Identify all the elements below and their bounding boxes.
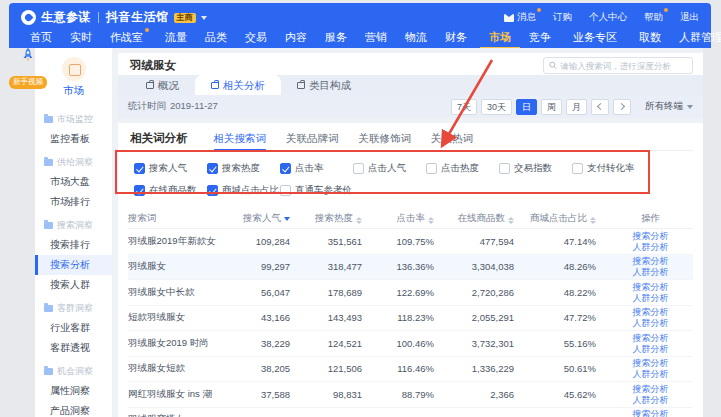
search-analysis-link[interactable]: 搜索分析 (633, 358, 669, 368)
nav-item-category[interactable]: 品类 (196, 28, 236, 49)
search-analysis-link[interactable]: 搜索分析 (633, 282, 669, 292)
next-date-button[interactable] (613, 99, 631, 115)
tab-related-search-words[interactable]: 相关搜索词 (214, 127, 267, 151)
col-search-popularity[interactable]: 搜索人气 (240, 212, 302, 225)
metric-click-popularity[interactable]: 点击人气 (353, 162, 426, 175)
checkbox-icon[interactable] (426, 163, 437, 174)
nav-item-war-room[interactable]: 作战室 (101, 28, 152, 49)
nav-item-audience-mgmt[interactable]: 人群管理 (670, 28, 721, 49)
nav-item-trade[interactable]: 交易 (236, 28, 276, 49)
nav-item-business-zone[interactable]: 业务专区 (564, 28, 626, 49)
audience-analysis-link[interactable]: 人群分析 (633, 242, 669, 252)
table-row[interactable]: 羽绒服女2019 时尚 38,229 124,521 100.46% 3,732… (128, 331, 693, 357)
period-7d-button[interactable]: 7天 (451, 99, 477, 115)
table-row[interactable]: 羽绒服穿搭女 34,572 68,585 87.53% 1,011 46.19%… (128, 408, 693, 417)
sidebar-item-search-audience[interactable]: 搜索人群 (35, 275, 112, 295)
audience-analysis-link[interactable]: 人群分析 (633, 344, 669, 354)
help-link[interactable]: 帮助 (644, 11, 663, 24)
tab-related-analysis[interactable]: 相关分析 (195, 75, 281, 95)
sidebar-item-industry-customer[interactable]: 行业客群 (35, 318, 112, 338)
sidebar-item-search-ranking[interactable]: 搜索排行 (35, 235, 112, 255)
col-online-products[interactable]: 在线商品数 (446, 212, 526, 225)
metric-online-products[interactable]: 在线商品数 (134, 184, 207, 197)
period-30d-button[interactable]: 30天 (481, 99, 512, 115)
nav-item-service[interactable]: 服务 (316, 28, 356, 49)
nav-item-finance[interactable]: 财务 (436, 28, 476, 49)
metric-trade-index[interactable]: 交易指数 (499, 162, 572, 175)
metric-cell: 116.46% (374, 363, 446, 374)
col-mall-click-share[interactable]: 商城点击占比 (526, 212, 608, 225)
tab-related-hot-words[interactable]: 关联热词 (431, 127, 473, 151)
account-center-link[interactable]: 个人中心 (589, 11, 627, 24)
metric-ztc-reference-price[interactable]: 直通车参考价 (280, 184, 353, 197)
chevron-down-icon[interactable] (201, 16, 207, 20)
sidebar-item-customer-perspective[interactable]: 客群透视 (35, 338, 112, 358)
search-analysis-link[interactable]: 搜索分析 (633, 333, 669, 343)
nav-item-traffic[interactable]: 流量 (156, 28, 196, 49)
sidebar-item-product-insight[interactable]: 产品洞察 (35, 401, 112, 417)
nav-item-data-extract[interactable]: 取数 (630, 28, 670, 49)
checkbox-checked-icon[interactable] (134, 163, 145, 174)
terminal-dropdown[interactable]: 所有终端 (645, 100, 693, 113)
tab-related-modifier-words[interactable]: 关联修饰词 (359, 127, 412, 151)
checkbox-checked-icon[interactable] (134, 185, 145, 196)
subscribe-link[interactable]: 订购 (553, 11, 572, 24)
nav-item-content[interactable]: 内容 (276, 28, 316, 49)
chevron-right-icon (618, 103, 625, 110)
audience-analysis-link[interactable]: 人群分析 (633, 318, 669, 328)
nav-item-market[interactable]: 市场 (480, 28, 520, 49)
keyword-cell: 羽绒服穿搭女 (128, 413, 240, 417)
table-row[interactable]: 羽绒服女短款 38,205 121,506 116.46% 1,336,229 … (128, 357, 693, 383)
sidebar-item-market-overview[interactable]: 市场大盘 (35, 172, 112, 192)
col-click-rate[interactable]: 点击率 (374, 212, 446, 225)
table-row[interactable]: 羽绒服女 99,297 318,477 136.36% 3,304,038 48… (128, 255, 693, 281)
helper-widget[interactable]: 新手视频 (5, 46, 51, 89)
table-row[interactable]: 羽绒服2019年新款女 109,284 351,561 109.75% 477,… (128, 229, 693, 255)
search-analysis-link[interactable]: 搜索分析 (633, 384, 669, 394)
keyword-search-box[interactable] (543, 57, 693, 74)
audience-analysis-link[interactable]: 人群分析 (633, 369, 669, 379)
tab-category-composition[interactable]: 类目构成 (281, 75, 367, 95)
checkbox-icon[interactable] (280, 185, 291, 196)
search-analysis-link[interactable]: 搜索分析 (633, 256, 669, 266)
audience-analysis-link[interactable]: 人群分析 (633, 293, 669, 303)
metric-mall-click-share[interactable]: 商城点击占比 (207, 184, 280, 197)
audience-analysis-link[interactable]: 人群分析 (633, 395, 669, 405)
period-week-button[interactable]: 周 (541, 99, 562, 115)
col-search-heat[interactable]: 搜索热度 (302, 212, 374, 225)
search-analysis-link[interactable]: 搜索分析 (633, 409, 669, 417)
metric-search-popularity[interactable]: 搜索人气 (134, 162, 207, 175)
logout-link[interactable]: 退出 (680, 11, 699, 24)
nav-item-marketing[interactable]: 营销 (356, 28, 396, 49)
metric-pay-conversion[interactable]: 支付转化率 (572, 162, 645, 175)
nav-item-logistics[interactable]: 物流 (396, 28, 436, 49)
checkbox-checked-icon[interactable] (280, 163, 291, 174)
checkbox-checked-icon[interactable] (207, 185, 218, 196)
audience-analysis-link[interactable]: 人群分析 (633, 267, 669, 277)
table-row[interactable]: 羽绒服女中长款 56,047 178,689 122.69% 2,720,286… (128, 280, 693, 306)
tab-overview[interactable]: 概况 (130, 75, 195, 95)
checkbox-icon[interactable] (499, 163, 510, 174)
sidebar-item-market-ranking[interactable]: 市场排行 (35, 192, 112, 212)
nav-item-realtime[interactable]: 实时 (61, 28, 101, 49)
sidebar-item-monitor-board[interactable]: 监控看板 (35, 129, 112, 149)
checkbox-icon[interactable] (353, 163, 364, 174)
nav-item-competition[interactable]: 竞争 (520, 28, 560, 49)
table-row[interactable]: 网红羽绒服女 ins 潮 37,588 98,831 88.79% 2,366 … (128, 382, 693, 408)
period-day-button[interactable]: 日 (516, 99, 537, 115)
sidebar-item-attribute-insight[interactable]: 属性洞察 (35, 381, 112, 401)
search-analysis-link[interactable]: 搜索分析 (633, 307, 669, 317)
period-month-button[interactable]: 月 (566, 99, 587, 115)
checkbox-checked-icon[interactable] (207, 163, 218, 174)
prev-date-button[interactable] (591, 99, 609, 115)
search-input[interactable] (560, 61, 687, 71)
table-row[interactable]: 短款羽绒服女 43,166 143,493 118.23% 2,055,291 … (128, 306, 693, 332)
metric-click-rate[interactable]: 点击率 (280, 162, 353, 175)
messages-link[interactable]: 消息 (504, 11, 536, 24)
metric-search-heat[interactable]: 搜索热度 (207, 162, 280, 175)
sidebar-item-search-analysis[interactable]: 搜索分析 (35, 255, 112, 275)
metric-click-heat[interactable]: 点击热度 (426, 162, 499, 175)
checkbox-icon[interactable] (572, 163, 583, 174)
search-analysis-link[interactable]: 搜索分析 (633, 231, 669, 241)
tab-related-brand-words[interactable]: 关联品牌词 (286, 127, 339, 151)
